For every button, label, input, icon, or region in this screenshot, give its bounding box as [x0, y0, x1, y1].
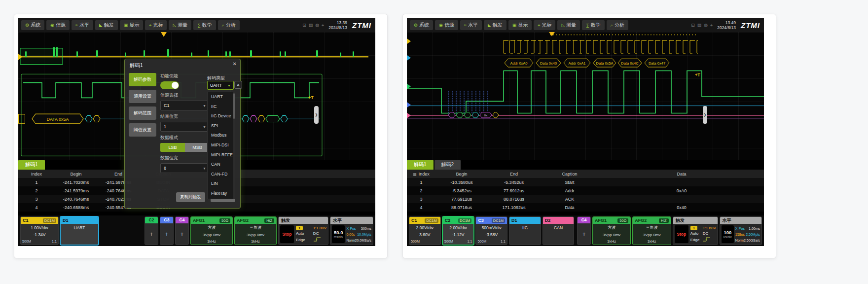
add-icon[interactable]: +	[176, 223, 188, 245]
trigger-panel[interactable]: 触发 Stop 1 T:1.80V Auto DC Edge	[278, 216, 328, 245]
source-select[interactable]: C1 ▼	[160, 101, 210, 110]
decode-bubble[interactable]: DATA 0x5A	[32, 114, 83, 124]
close-icon[interactable]: ✕	[233, 61, 237, 67]
table-row[interactable]: 1 -10.3580us -5.3452us Start	[407, 178, 764, 186]
tab-decode-params[interactable]: 解码参数	[129, 73, 156, 86]
decode-type-option[interactable]: IIC Device	[208, 111, 234, 121]
channel-card[interactable]: D1 UART	[60, 216, 99, 245]
enable-toggle[interactable]	[160, 81, 179, 89]
table-view-icon[interactable]: ▦	[413, 172, 417, 177]
decode-type-option[interactable]: Modbus	[208, 131, 234, 141]
decode-type-option[interactable]: IIC	[208, 102, 234, 112]
decode-result-tab-2[interactable]: 解码2	[434, 160, 461, 170]
add-icon[interactable]: +	[578, 223, 590, 245]
menu-horizontal[interactable]: ≈ 水平	[72, 20, 93, 30]
menu-analysis[interactable]: ⌕ 分析	[607, 20, 628, 30]
tab-decode-range[interactable]: 解码范围	[129, 106, 156, 120]
decode-type-option[interactable]: MIPI-RFFE	[208, 150, 234, 160]
tab-threshold-settings[interactable]: 阈值设置	[129, 123, 156, 137]
trigger-level-tag[interactable]: +T	[308, 95, 314, 100]
menu-trigger[interactable]: ◣ 触发	[484, 20, 506, 30]
decode-result-tab-1[interactable]: 解码1	[18, 160, 45, 170]
mouse-icon[interactable]: ⌖	[710, 23, 713, 28]
screen-icon[interactable]: ⊡	[691, 23, 695, 28]
horizontal-panel[interactable]: 水平 50.0 ms/div X-Pos500ms 0.00s10.0Mpts …	[330, 216, 373, 245]
menu-trigger[interactable]: ◣ 触发	[95, 20, 118, 30]
table-row[interactable]: 2 -5.3452us 77.6912us Addr 0xA0	[407, 186, 764, 195]
horizontal-panel[interactable]: 水平 100 us/div X-Pos1.00ms 158us2.50Mpts …	[720, 216, 762, 245]
menu-measure[interactable]: ◺ 测量	[169, 20, 191, 30]
acquisition-status[interactable]: Stop	[280, 225, 294, 243]
add-icon[interactable]: +	[160, 223, 173, 245]
decode-type-select[interactable]: UART ▼	[207, 81, 234, 90]
acquisition-status[interactable]: Stop	[675, 225, 688, 243]
channel-add-card[interactable]: C2 +	[145, 216, 158, 245]
delay-value: 0.00s	[346, 233, 355, 236]
decode-track-marker	[19, 114, 25, 124]
decode-type-option[interactable]: FlexRay	[208, 189, 234, 199]
channel-add-card[interactable]: C4 +	[577, 216, 590, 245]
decode-type-option[interactable]: MIPI-DSI	[208, 141, 234, 150]
afg-card[interactable]: AFG2HiZ 三角波 3Vpp 0mv 1kHz	[632, 216, 671, 245]
timebase-box[interactable]: 50.0 ms/div	[332, 225, 345, 243]
screen-icon[interactable]: ⊡	[302, 23, 306, 28]
data-width-select[interactable]: 8 ▼	[160, 163, 210, 173]
menu-cursor[interactable]: ⌖ 光标	[145, 20, 167, 30]
menu-source[interactable]: ◉ 信源	[435, 20, 458, 30]
afg-card[interactable]: AFG150Ω 方波 3Vpp 0mv 1kHz	[592, 216, 631, 245]
table-row[interactable]: 3 77.6912us 88.0716us ACK	[407, 195, 764, 203]
menu-horizontal[interactable]: ≈ 水平	[460, 20, 482, 30]
menu-math[interactable]: ∑ 数学	[582, 20, 604, 30]
keyboard-input-icon[interactable]: A	[234, 81, 242, 89]
channel-card[interactable]: C3DC1M 500mV/div -3.58V 500M1:1	[475, 216, 507, 245]
storage-icon[interactable]: ▤	[309, 23, 313, 28]
stop-bits-select[interactable]: 1 ▼	[160, 122, 210, 132]
channel-card[interactable]: C2DC1M 2.00V/div -1.12V 500M1:1	[442, 216, 474, 245]
menu-cursor[interactable]: ⌖ 光标	[534, 20, 555, 30]
afg-card[interactable]: AFG2HiZ 三角波 3Vpp 0mv 1kHz	[234, 216, 277, 245]
menu-system[interactable]: ⚙ 系统	[21, 20, 44, 30]
decode-result-tab-1[interactable]: 解码1	[407, 160, 434, 170]
trigger-position-marker[interactable]	[161, 32, 167, 37]
timebase-box[interactable]: 100 us/div	[722, 225, 734, 243]
add-icon[interactable]: +	[145, 223, 158, 245]
decode-type-option[interactable]: CAN	[208, 160, 234, 170]
channel-markers[interactable]	[407, 38, 411, 118]
menu-math[interactable]: ∑ 数学	[193, 20, 216, 30]
channel-card[interactable]: D1 IIC	[509, 216, 541, 245]
channel-card[interactable]: D2 CAN	[542, 216, 575, 245]
msb-button[interactable]: MSB	[185, 143, 210, 152]
decode-type-option[interactable]: CAN-FD	[208, 170, 234, 179]
channel-add-card[interactable]: C3 +	[160, 216, 174, 245]
menu-source[interactable]: ◉ 信源	[46, 20, 70, 30]
trigger-position-marker[interactable]	[549, 32, 555, 36]
zoom-source-window[interactable]	[20, 48, 63, 65]
decode-type-option[interactable]: SPI	[208, 121, 234, 131]
menu-analysis[interactable]: ⌕ 分析	[218, 20, 240, 30]
waveform-area[interactable]: Addr 0xA0 Data 0x40 Addr 0xA1 Data 0x5A …	[407, 32, 764, 160]
storage-icon[interactable]: ▤	[697, 23, 702, 28]
tab-general-settings[interactable]: 通用设置	[129, 90, 156, 103]
channel-card[interactable]: C1DC1M 1.00V/div -1.34V 500M1:1	[20, 216, 59, 245]
decode-bubbles[interactable]: Addr 0xA0 Data 0x40 Addr 0xA1 Data 0x5A …	[505, 59, 669, 67]
menu-system[interactable]: ⚙ 系统	[410, 20, 433, 30]
copy-to-trigger-button[interactable]: 复制到触发	[176, 192, 205, 202]
menu-display[interactable]: ▣ 显示	[120, 20, 144, 30]
channel-offset: -1.34V	[22, 232, 57, 237]
mouse-icon[interactable]: ⌖	[322, 23, 324, 28]
afg-card[interactable]: AFG150Ω 方波 3Vpp 0mv 1kHz	[190, 216, 233, 245]
channel-add-card[interactable]: C4 +	[175, 216, 189, 245]
lsb-button[interactable]: LSB	[160, 143, 185, 152]
decode-type-option[interactable]: LIN	[208, 179, 234, 189]
decode-type-option[interactable]: UART	[208, 92, 234, 102]
side-panel-handle[interactable]: ❯	[314, 106, 319, 124]
network-icon[interactable]: ◍	[704, 23, 708, 28]
network-icon[interactable]: ◍	[315, 23, 319, 28]
menu-display[interactable]: ▣ 显示	[508, 20, 532, 30]
menu-measure[interactable]: ◺ 测量	[557, 20, 580, 30]
channel-card[interactable]: C1DC1M 2.00V/div 3.60V 500M	[409, 216, 441, 245]
table-row[interactable]: 4 88.0716us 171.1092us Data 0x40	[407, 203, 764, 212]
trigger-panel[interactable]: 触发 Stop 1 T:1.68V Auto DC Edge	[673, 216, 718, 245]
trigger-level-tag[interactable]: +T	[695, 72, 700, 77]
side-panel-handle[interactable]: ❯	[703, 106, 707, 124]
